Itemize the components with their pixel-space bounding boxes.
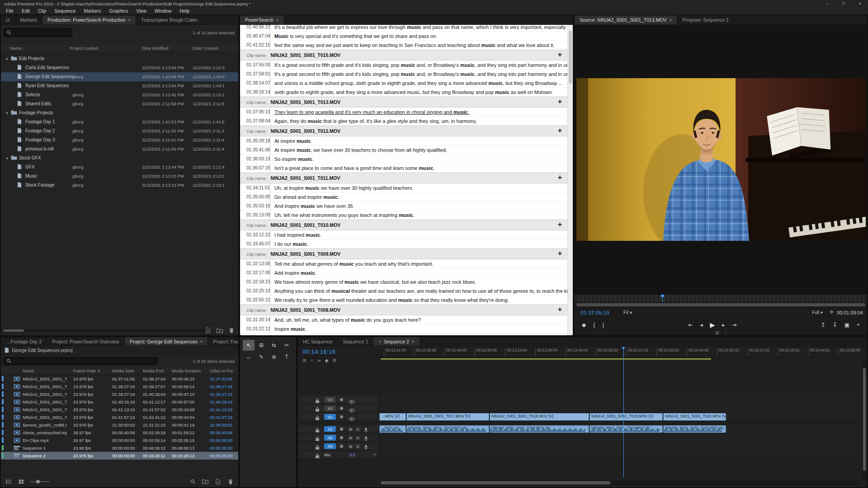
tab-production-powersearch-productio[interactable]: Production: PowerSearch Production≡ bbox=[42, 15, 136, 24]
project-row-ninja2-s001-s001-t018-mov[interactable]: NINJA2_S001_S001_T018.MOV23.976 fps01:39… bbox=[1, 390, 238, 398]
add-clip-button[interactable]: + bbox=[558, 221, 562, 229]
transcript-row[interactable]: 01:38:16:14sixth grade to eighth grade, … bbox=[240, 88, 567, 97]
track-lane-v1[interactable]: …MOV [V]NINJA2_S001_S001_T017.MOV [V]NIN… bbox=[379, 413, 862, 421]
transcript-row[interactable]: 01:40:56:23It's a beautiful job where we… bbox=[240, 25, 567, 32]
project-row-ninja2-s001-s001-t019-mov[interactable]: NINJA2_S001_S001_T019.MOV23.976 fps01:40… bbox=[1, 398, 238, 406]
transcript-row[interactable]: 01:40:47:04Music is very special and it'… bbox=[240, 32, 567, 41]
transcript-row[interactable]: 01:41:02:15feel the same way and we just… bbox=[240, 41, 567, 50]
playback-resolution-dropdown[interactable]: Full ▾ bbox=[812, 310, 823, 315]
timeline-clip-video[interactable]: NINJA2_S001_S001_T018.MOV [V] bbox=[490, 413, 589, 421]
step-forward-button[interactable]: ▸ bbox=[722, 322, 725, 328]
column-media-end[interactable]: Media End bbox=[143, 368, 163, 373]
transcript-row[interactable]: 01:32:25:19Anything you can think of mus… bbox=[240, 286, 567, 296]
menu-clip[interactable]: Clip bbox=[34, 8, 50, 14]
linked-selection-icon[interactable]: ∞ bbox=[318, 358, 321, 363]
timeline-clip-video[interactable]: NINJA2_S001_S001_T019.MOV [V] bbox=[590, 413, 663, 421]
tab-footage-day-2[interactable]: …Footage Day 2 bbox=[1, 337, 47, 346]
production-row-previous-b-roll[interactable]: previous b-rollgburg11/2/2021 2:11:49 PM… bbox=[1, 145, 238, 154]
solo-button[interactable]: S bbox=[355, 444, 361, 449]
sync-lock-icon[interactable]: ▣ bbox=[340, 414, 344, 419]
solo-button[interactable]: S bbox=[355, 427, 361, 432]
lock-icon[interactable] bbox=[315, 414, 320, 422]
transcript-row[interactable]: 01:33:12:23I had inspired music. bbox=[240, 230, 567, 239]
timeline-workarea-bar[interactable] bbox=[381, 358, 711, 360]
sync-lock-icon[interactable]: ▣ bbox=[340, 444, 344, 448]
transcript-row[interactable]: 01:35:28:18At inspire music. bbox=[240, 136, 567, 145]
transcript-row[interactable]: 01:35:03:16And inspire music we have ove… bbox=[240, 202, 567, 211]
transcript-row[interactable]: 01:37:55:09It's a great second to fifth … bbox=[240, 61, 567, 70]
project-row-sequence-2[interactable]: Sequence 223.976 fps00:00:00:0000:15:28:… bbox=[1, 452, 238, 460]
production-row-edit-projects[interactable]: ▼Edit Projects bbox=[1, 54, 238, 63]
source-time-ruler[interactable] bbox=[575, 294, 867, 302]
column-media-start[interactable]: Media Start bbox=[112, 368, 134, 373]
production-row-shared-edits[interactable]: Shared Editsgburg11/2/2021 2:11:59 PM11/… bbox=[1, 99, 238, 108]
menu-markers[interactable]: Markers bbox=[80, 8, 105, 14]
production-hscrollbar[interactable] bbox=[3, 329, 207, 332]
track-lane-v3[interactable] bbox=[379, 396, 862, 404]
transcript-row[interactable]: 01:35:00:05Go ahead and inspire music. bbox=[240, 192, 567, 202]
hscroll-thumb[interactable] bbox=[3, 329, 24, 332]
production-row-footage-projects[interactable]: ▼Footage Projects bbox=[1, 108, 238, 117]
tab-source-ninja2-s001-s001-t013-mov[interactable]: Source: NINJA2_S001_S001_T013.MOV≡ bbox=[575, 15, 677, 24]
track-target-v1[interactable]: V1 bbox=[324, 414, 336, 420]
track-lane-a1[interactable]: …MOV [A]NINJA2_S001_S001_T017.MOV [A]NIN… bbox=[379, 425, 862, 433]
selection-tool[interactable]: ↖ bbox=[243, 340, 255, 351]
column-video-in-poi[interactable]: Video In Poi bbox=[210, 368, 233, 373]
overwrite-button[interactable]: ↧ bbox=[833, 322, 837, 328]
project-row-ninja2-s001-s001-t016-mov[interactable]: NINJA2_S001_S001_T016.MOV23.976 fps01:37… bbox=[1, 375, 238, 383]
maximize-button[interactable]: □ bbox=[835, 0, 852, 7]
track-lane-a3[interactable] bbox=[379, 442, 862, 450]
sync-lock-icon[interactable]: ▣ bbox=[340, 406, 344, 410]
insert-button[interactable]: ↥ bbox=[821, 322, 826, 328]
go-to-in-button[interactable]: ⇤ bbox=[688, 322, 693, 328]
panel-menu-icon[interactable]: ≡ bbox=[412, 339, 415, 344]
step-back-button[interactable]: ◂ bbox=[700, 322, 703, 328]
source-playhead[interactable] bbox=[662, 295, 663, 302]
mute-button[interactable]: M bbox=[348, 435, 354, 441]
solo-button[interactable]: S bbox=[355, 435, 361, 441]
production-search-input[interactable] bbox=[14, 30, 70, 35]
timeline-clip-audio[interactable]: NINJA2_S001_S001_T018.MOV [A] bbox=[490, 425, 589, 433]
column-name[interactable]: Name bbox=[23, 368, 34, 373]
tab-project-footage-day-1[interactable]: Project: Footage Day 1 bbox=[208, 337, 238, 346]
nest-toggle-icon[interactable]: ≣ bbox=[302, 358, 306, 363]
add-clip-button[interactable]: + bbox=[558, 305, 562, 314]
mute-button[interactable]: M bbox=[348, 444, 354, 449]
icon-view-icon[interactable] bbox=[17, 478, 25, 485]
production-row-footage-day-2[interactable]: Footage Day 2gburg11/2/2021 2:11:32 PM11… bbox=[1, 127, 238, 136]
project-row-ninja2-s001-s001-t020-mov[interactable]: NINJA2_S001_S001_T020.MOV23.976 fps01:41… bbox=[1, 406, 238, 413]
column-frame-rate[interactable]: Frame Rate ∧ bbox=[73, 368, 100, 373]
tab-transcriptive-rough-cutter[interactable]: Transcriptive Rough Cutter bbox=[136, 15, 203, 24]
column-project-locked[interactable]: Project Locked bbox=[70, 46, 98, 51]
menu-view[interactable]: View bbox=[132, 8, 151, 14]
panel-menu-icon[interactable]: ≡ bbox=[128, 18, 131, 23]
production-row-music[interactable]: Musicgburg11/2/2021 2:13:23 PM11/2/2021 … bbox=[1, 172, 238, 181]
razor-tool[interactable]: ✂ bbox=[281, 340, 292, 351]
menu-edit[interactable]: Edit bbox=[18, 8, 34, 14]
lock-icon[interactable] bbox=[315, 452, 320, 460]
powersearch-scrollbar[interactable] bbox=[567, 25, 573, 335]
track-select-forward-tool[interactable]: ⊞ bbox=[255, 340, 267, 351]
tab-sequence-2[interactable]: ×Sequence 2≡ bbox=[373, 337, 420, 346]
source-zoom-scrollbar[interactable] bbox=[576, 303, 866, 307]
track-lane-a2[interactable] bbox=[379, 434, 862, 442]
production-row-ryan-edit-sequences[interactable]: Ryan Edit Sequences11/2/2021 2:13:54 PM1… bbox=[1, 81, 238, 90]
zoom-slider[interactable] bbox=[30, 481, 50, 482]
track-target-a3[interactable]: A3 bbox=[324, 443, 336, 449]
track-lane-v2[interactable] bbox=[379, 404, 862, 413]
tab-project-powersearch-overview[interactable]: Project: PowerSearch Overview bbox=[47, 337, 124, 346]
twirl-down-icon[interactable]: ▼ bbox=[5, 57, 9, 61]
transcript-row[interactable]: 01:37:58:01It's a great second to fifth … bbox=[240, 70, 567, 79]
transcript-row[interactable]: 01:37:05:19They learn to sing acapella a… bbox=[240, 108, 567, 117]
add-clip-button[interactable]: + bbox=[558, 127, 562, 135]
eye-icon[interactable] bbox=[349, 415, 355, 423]
add-clip-button[interactable]: + bbox=[558, 98, 562, 106]
transcript-row[interactable]: 01:32:13:05Tell me about what genres of … bbox=[240, 259, 567, 268]
new-item-icon[interactable] bbox=[214, 478, 222, 485]
timeline-clip-video[interactable]: NINJA2_S001_S001_T020.MOV [V] bbox=[663, 413, 726, 421]
project-row-alexia-unretouched-mp4[interactable]: Alexia_unretouched.mp429.97 fps00:00:40:… bbox=[1, 429, 238, 436]
sequence-current-timecode[interactable]: 00:14:18:16 bbox=[302, 348, 335, 355]
scrollbar-thumb[interactable] bbox=[569, 30, 572, 84]
transcript-row[interactable]: 01:32:17:05Add inspire music. bbox=[240, 268, 567, 277]
slip-tool[interactable]: ↔ bbox=[243, 352, 255, 362]
